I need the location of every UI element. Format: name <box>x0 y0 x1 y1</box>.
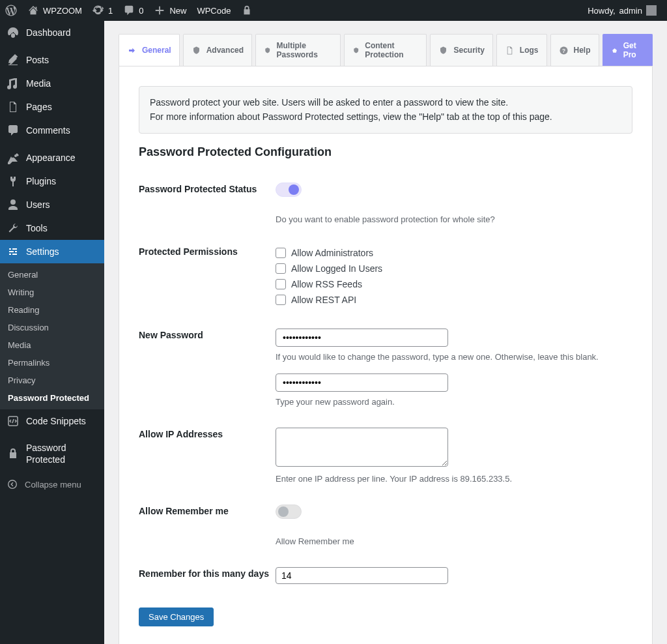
avatar <box>646 5 657 16</box>
submenu-permalinks[interactable]: Permalinks <box>0 354 104 372</box>
menu-dashboard[interactable]: Dashboard <box>0 21 104 44</box>
wp-logo[interactable] <box>0 0 22 21</box>
submenu-privacy[interactable]: Privacy <box>0 372 104 389</box>
status-desc: Do you want to enable password protectio… <box>276 214 632 224</box>
updates-link[interactable]: 1 <box>87 0 118 21</box>
site-name-link[interactable]: WPZOOM <box>22 0 87 21</box>
menu-users[interactable]: Users <box>0 193 104 216</box>
page-title: Password Protected Configuration <box>139 145 632 159</box>
submenu-media[interactable]: Media <box>0 336 104 354</box>
lock-icon[interactable] <box>236 0 258 21</box>
menu-appearance[interactable]: Appearance <box>0 146 104 169</box>
new-content-link[interactable]: New <box>149 0 192 21</box>
svg-text:?: ? <box>561 48 565 53</box>
allow-admins-checkbox[interactable] <box>276 248 286 258</box>
tab-logs[interactable]: Logs <box>496 34 547 66</box>
days-input[interactable] <box>276 567 448 584</box>
main-content: General Advanced Multiple Passwords Cont… <box>104 21 667 644</box>
save-button[interactable]: Save Changes <box>139 607 214 626</box>
menu-posts[interactable]: Posts <box>0 48 104 72</box>
status-label: Password Protected Status <box>139 172 276 235</box>
tab-help[interactable]: ?Help <box>550 34 599 66</box>
menu-code-snippets[interactable]: Code Snippets <box>0 409 104 433</box>
days-label: Remember for this many days <box>139 557 276 594</box>
svg-point-1 <box>8 480 17 489</box>
newpass-label: New Password <box>139 318 276 417</box>
allow-ip-textarea[interactable] <box>276 428 448 467</box>
permissions-label: Protected Permissions <box>139 235 276 318</box>
tab-get-pro[interactable]: Get Pro <box>603 34 653 66</box>
submenu-password-protected[interactable]: Password Protected <box>0 389 104 407</box>
wpcode-link[interactable]: WPCode <box>192 0 236 21</box>
menu-media[interactable]: Media <box>0 72 104 95</box>
menu-tools[interactable]: Tools <box>0 216 104 240</box>
menu-pages[interactable]: Pages <box>0 95 104 119</box>
submenu-reading[interactable]: Reading <box>0 301 104 319</box>
allow-admins-row[interactable]: Allow Administrators <box>276 245 632 261</box>
submenu-general[interactable]: General <box>0 266 104 284</box>
tab-security[interactable]: Security <box>430 34 492 66</box>
confirm-password-input[interactable] <box>276 373 448 392</box>
allow-rest-checkbox[interactable] <box>276 295 286 305</box>
comments-count: 0 <box>139 6 143 16</box>
confirm-desc: Type your new password again. <box>276 397 632 407</box>
admin-bar: WPZOOM 1 0 New WPCode Howdy, admin <box>0 0 667 21</box>
remember-label: Allow Remember me <box>139 494 276 557</box>
tab-advanced[interactable]: Advanced <box>183 34 252 66</box>
submenu-writing[interactable]: Writing <box>0 284 104 301</box>
admin-sidebar: Dashboard Posts Media Pages Comments App… <box>0 21 104 644</box>
tab-general[interactable]: General <box>119 34 180 66</box>
tabs-nav: General Advanced Multiple Passwords Cont… <box>119 34 653 66</box>
info-notice: Password protect your web site. Users wi… <box>139 86 632 134</box>
my-account-link[interactable]: Howdy, admin <box>582 0 662 21</box>
comments-link[interactable]: 0 <box>118 0 149 21</box>
settings-submenu: General Writing Reading Discussion Media… <box>0 263 104 409</box>
status-toggle[interactable] <box>276 183 302 197</box>
allow-users-checkbox[interactable] <box>276 263 286 274</box>
collapse-menu[interactable]: Collapse menu <box>0 473 104 495</box>
site-name: WPZOOM <box>43 6 82 16</box>
tab-content-protection[interactable]: Content Protection <box>344 34 427 66</box>
tab-multiple-passwords[interactable]: Multiple Passwords <box>255 34 341 66</box>
remember-toggle[interactable] <box>276 505 302 519</box>
allow-rss-row[interactable]: Allow RSS Feeds <box>276 276 632 292</box>
updates-count: 1 <box>108 6 113 16</box>
menu-comments[interactable]: Comments <box>0 119 104 142</box>
allow-rss-checkbox[interactable] <box>276 279 286 289</box>
new-label: New <box>169 6 186 16</box>
allow-users-row[interactable]: Allow Logged In Users <box>276 261 632 276</box>
menu-settings[interactable]: Settings <box>0 240 104 263</box>
settings-panel: Password protect your web site. Users wi… <box>119 66 653 644</box>
allowip-label: Allow IP Addresses <box>139 417 276 494</box>
submenu-discussion[interactable]: Discussion <box>0 319 104 336</box>
allowip-desc: Enter one IP address per line. Your IP a… <box>276 474 632 484</box>
newpass-desc: If you would like to change the password… <box>276 352 632 362</box>
remember-desc: Allow Remember me <box>276 536 632 546</box>
menu-password-protected[interactable]: Password Protected <box>0 437 104 471</box>
new-password-input[interactable] <box>276 329 448 347</box>
allow-rest-row[interactable]: Allow REST API <box>276 292 632 308</box>
menu-plugins[interactable]: Plugins <box>0 169 104 193</box>
